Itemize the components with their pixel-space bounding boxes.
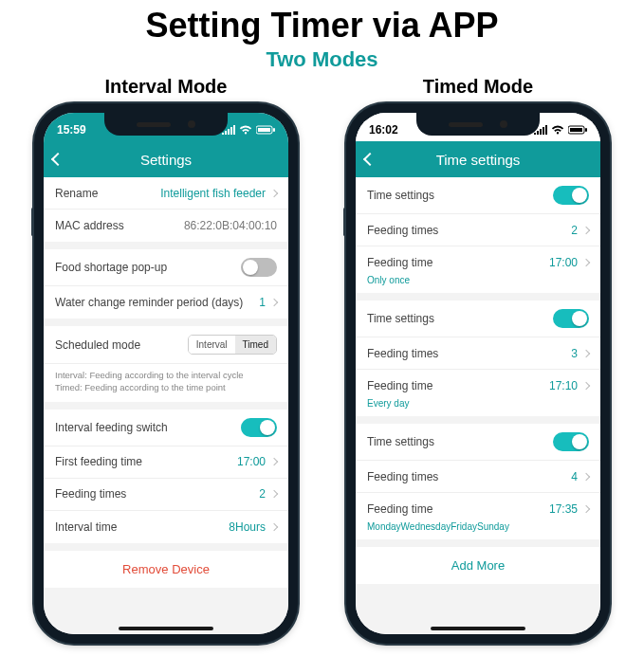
phone-screen-interval: 15:59 Settings Rename Intelli [44, 113, 288, 634]
time-settings-row[interactable]: Time settings [356, 177, 600, 214]
mac-label: MAC address [55, 219, 124, 232]
app-header: Time settings [356, 141, 600, 177]
page-title: Setting Timer via APP [0, 6, 644, 46]
water-reminder-row[interactable]: Water change reminder period (days) 1 [44, 286, 288, 319]
repeat-subtext: Only once [356, 275, 600, 293]
timed-column: Timed Mode 16:02 Time settings [340, 76, 616, 644]
add-more-button[interactable]: Add More [356, 547, 600, 584]
interval-switch-label: Interval feeding switch [55, 421, 168, 434]
status-icons [222, 125, 275, 135]
status-time: 16:02 [369, 123, 398, 137]
mac-value: 86:22:0B:04:00:10 [184, 219, 277, 232]
columns: Interval Mode 15:59 Settings [0, 76, 644, 644]
time-settings-toggle[interactable] [553, 309, 589, 328]
chevron-right-icon [582, 505, 590, 513]
chevron-right-icon [582, 382, 590, 390]
wifi-icon [551, 125, 564, 135]
food-shortage-label: Food shortage pop-up [55, 261, 167, 274]
battery-icon [568, 125, 587, 135]
feeding-time-row[interactable]: Feeding time 17:35 [356, 493, 600, 525]
scheduled-mode-label: Scheduled mode [55, 338, 140, 352]
phone-frame-interval: 15:59 Settings Rename Intelli [34, 103, 298, 644]
feeding-times-row[interactable]: Feeding times 2 [356, 214, 600, 246]
chevron-right-icon [582, 259, 590, 266]
status-icons [534, 125, 587, 135]
rename-value: Intelligent fish feeder [160, 187, 277, 200]
interval-switch-toggle[interactable] [241, 418, 277, 437]
chevron-right-icon [582, 472, 590, 480]
feeding-times-row[interactable]: Feeding times 2 [44, 479, 288, 511]
header-title: Time settings [436, 152, 521, 168]
app-header: Settings [44, 141, 288, 177]
status-time: 15:59 [57, 123, 86, 137]
chevron-right-icon [270, 299, 278, 306]
food-shortage-row[interactable]: Food shortage pop-up [44, 249, 288, 286]
svg-rect-1 [258, 128, 270, 132]
chevron-right-icon [270, 522, 278, 530]
svg-rect-5 [585, 128, 587, 132]
interval-time-row[interactable]: Interval time 8Hours [44, 511, 288, 543]
chevron-right-icon [582, 349, 590, 356]
svg-rect-4 [570, 128, 582, 132]
chevron-right-icon [582, 226, 590, 233]
interval-column: Interval Mode 15:59 Settings [28, 76, 304, 644]
feeding-times-row[interactable]: Feeding times 3 [356, 337, 600, 370]
feeding-times-row[interactable]: Feeding times 4 [356, 461, 600, 493]
first-feeding-row[interactable]: First feeding time 17:00 [44, 446, 288, 479]
interval-mode-label: Interval Mode [105, 76, 228, 98]
phone-frame-timed: 16:02 Time settings Time setting [346, 103, 610, 644]
seg-timed[interactable]: Timed [235, 336, 276, 354]
svg-rect-2 [273, 128, 275, 132]
rename-row[interactable]: Rename Intelligent fish feeder [44, 177, 288, 210]
time-settings-toggle[interactable] [553, 432, 589, 451]
time-settings-row[interactable]: Time settings [356, 301, 600, 337]
home-indicator[interactable] [431, 627, 525, 630]
time-settings-content: Time settings Feeding times 2 Feeding ti… [356, 177, 600, 634]
back-button[interactable] [51, 153, 64, 166]
water-reminder-label: Water change reminder period (days) [55, 296, 243, 309]
chevron-right-icon [270, 458, 278, 465]
interval-time-label: Interval time [55, 520, 117, 534]
header-title: Settings [140, 152, 192, 168]
remove-device-button[interactable]: Remove Device [44, 551, 288, 588]
interval-time-value: 8Hours [229, 520, 277, 534]
home-indicator[interactable] [119, 627, 213, 630]
seg-interval[interactable]: Interval [189, 336, 235, 354]
feeding-time-row[interactable]: Feeding time 17:10 [356, 370, 600, 402]
settings-content: Rename Intelligent fish feeder MAC addre… [44, 177, 288, 634]
food-shortage-toggle[interactable] [241, 258, 277, 277]
feeding-time-row[interactable]: Feeding time 17:00 [356, 246, 600, 279]
wifi-icon [239, 125, 252, 135]
interval-switch-row[interactable]: Interval feeding switch [44, 410, 288, 446]
phone-notch [104, 113, 228, 136]
page-subtitle: Two Modes [0, 47, 644, 72]
first-feeding-value: 17:00 [237, 455, 277, 468]
repeat-subtext: MondayWednesdayFridaySunday [356, 521, 600, 539]
mode-segmented-control[interactable]: Interval Timed [188, 335, 277, 355]
first-feeding-label: First feeding time [55, 455, 142, 468]
phone-screen-timed: 16:02 Time settings Time setting [356, 113, 600, 634]
mac-row: MAC address 86:22:0B:04:00:10 [44, 210, 288, 242]
chevron-right-icon [270, 189, 278, 196]
phone-notch [416, 113, 540, 136]
repeat-subtext: Every day [356, 398, 600, 416]
time-settings-toggle[interactable] [553, 186, 589, 205]
feeding-times-value: 2 [259, 487, 277, 501]
back-button[interactable] [363, 153, 377, 166]
scheduled-mode-row: Scheduled mode Interval Timed [44, 326, 288, 364]
chevron-right-icon [270, 490, 278, 498]
battery-icon [256, 125, 275, 135]
feeding-times-label: Feeding times [55, 487, 126, 501]
water-reminder-value: 1 [259, 296, 277, 309]
mode-help-text: Interval: Feeding according to the inter… [44, 364, 288, 402]
time-settings-row[interactable]: Time settings [356, 424, 600, 461]
timed-mode-label: Timed Mode [423, 76, 533, 98]
rename-label: Rename [55, 187, 98, 200]
